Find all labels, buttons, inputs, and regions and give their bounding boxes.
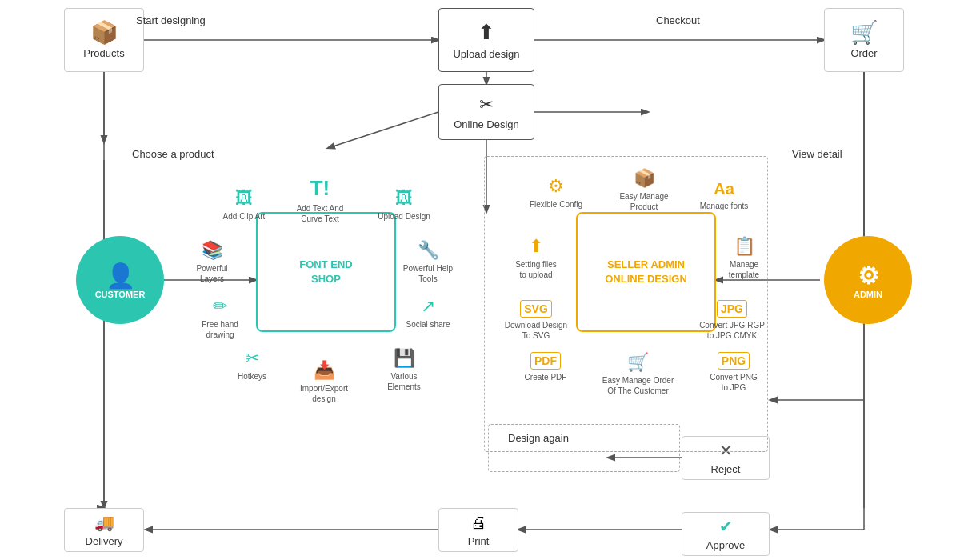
customer-icon: 👤 — [106, 262, 135, 290]
approve-box: ✔ Approve — [682, 512, 770, 556]
print-box: 🖨 Print — [438, 508, 518, 552]
feature-help: 🔧 Powerful HelpTools — [392, 240, 464, 284]
feature-upload: 🖼 Upload Design — [368, 188, 440, 222]
social-icon: ↗ — [421, 296, 435, 317]
products-box: 📦 Products — [64, 8, 144, 72]
upload-label: Upload design — [453, 48, 519, 60]
feature-import-export: 📥 Import/Exportdesign — [288, 360, 360, 404]
order-icon: 🛒 — [850, 22, 878, 44]
layers-label: PowerfulLayers — [197, 263, 228, 284]
upload-feature-label: Upload Design — [378, 211, 430, 222]
customer-circle: 👤 CUSTOMER — [76, 236, 164, 324]
hotkeys-icon: ✂ — [245, 348, 259, 369]
order-label: Order — [850, 47, 877, 59]
frontend-label: FONT ENDSHOP — [299, 258, 352, 286]
upload-design-box: ⬆ Upload design — [438, 8, 534, 72]
feature-social: ↗ Social share — [392, 296, 464, 330]
start-designing-label: Start designing — [136, 14, 206, 26]
feature-text-curve: T! Add Text AndCurve Text — [284, 176, 356, 224]
delivery-box: 🚚 Delivery — [64, 508, 144, 552]
feature-clip-art: 🖼 Add Clip Art — [208, 188, 280, 222]
elements-label: VariousElements — [387, 371, 421, 392]
delivery-icon: 🚚 — [94, 513, 114, 532]
admin-label: ADMIN — [854, 290, 882, 299]
reject-label: Reject — [711, 463, 741, 475]
help-icon: 🔧 — [418, 240, 439, 261]
frontend-monitor: FONT ENDSHOP — [256, 212, 396, 332]
feature-layers: 📚 PowerfulLayers — [176, 240, 248, 284]
social-label: Social share — [406, 319, 450, 330]
upload-feature-icon: 🖼 — [395, 188, 413, 209]
online-label: Online Design — [454, 118, 519, 130]
feature-hotkeys: ✂ Hotkeys — [216, 348, 288, 382]
approve-label: Approve — [706, 539, 745, 551]
design-again-region — [488, 424, 680, 472]
view-detail-label: View detail — [792, 148, 842, 160]
products-label: Products — [83, 47, 124, 59]
freehand-label: Free handdrawing — [202, 319, 238, 340]
design-region — [484, 156, 768, 452]
admin-circle: ⚙ ADMIN — [824, 236, 912, 324]
import-export-label: Import/Exportdesign — [300, 383, 348, 404]
upload-icon: ⬆ — [478, 20, 495, 45]
products-icon: 📦 — [90, 22, 118, 44]
text-curve-label: Add Text AndCurve Text — [297, 203, 344, 224]
online-icon: ✂ — [479, 94, 494, 115]
freehand-icon: ✏ — [213, 296, 227, 317]
diagram: 📦 Products ⬆ Upload design ✂ Online Desi… — [0, 0, 960, 560]
import-export-icon: 📥 — [314, 360, 335, 381]
clip-art-label: Add Clip Art — [223, 211, 266, 222]
svg-line-9 — [328, 112, 438, 148]
customer-label: CUSTOMER — [95, 290, 146, 299]
hotkeys-label: Hotkeys — [238, 371, 266, 382]
order-box: 🛒 Order — [824, 8, 904, 72]
choose-product-label: Choose a product — [132, 148, 214, 160]
help-label: Powerful HelpTools — [403, 263, 453, 284]
online-design-box: ✂ Online Design — [438, 84, 534, 140]
print-icon: 🖨 — [470, 514, 486, 532]
clip-art-icon: 🖼 — [235, 188, 253, 209]
text-curve-icon: T! — [310, 176, 330, 201]
elements-icon: 💾 — [394, 348, 415, 369]
checkout-label: Checkout — [656, 14, 700, 26]
approve-icon: ✔ — [719, 517, 733, 536]
delivery-label: Delivery — [86, 535, 123, 547]
feature-elements: 💾 VariousElements — [368, 348, 440, 392]
feature-freehand: ✏ Free handdrawing — [184, 296, 256, 340]
print-label: Print — [468, 535, 490, 547]
layers-icon: 📚 — [202, 240, 223, 261]
admin-icon: ⚙ — [858, 262, 879, 290]
